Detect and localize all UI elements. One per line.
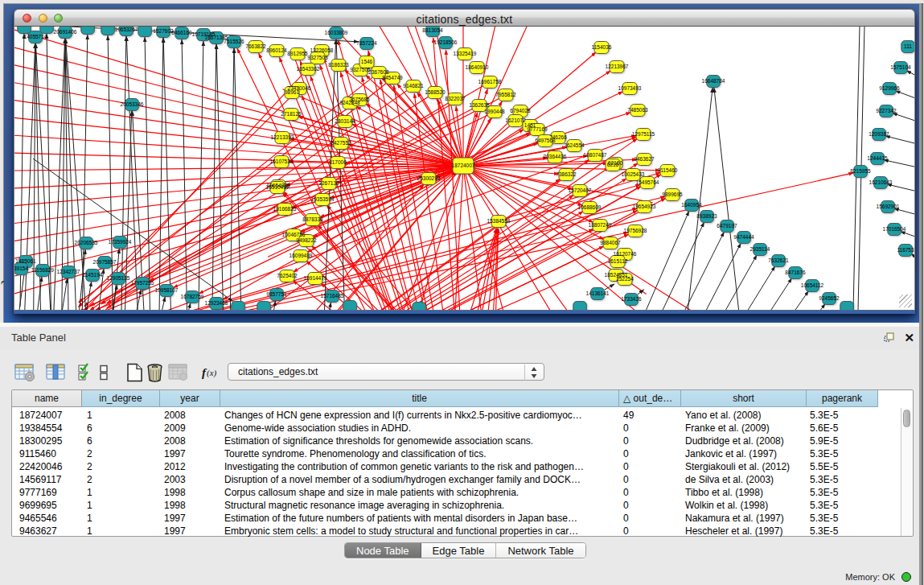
svg-text:16543362: 16543362 [297, 66, 320, 72]
svg-text:12213967: 12213967 [606, 64, 629, 69]
svg-text:16099489: 16099489 [290, 253, 313, 258]
svg-text:6466160: 6466160 [171, 30, 192, 35]
svg-text:7386322: 7386322 [556, 171, 577, 177]
svg-text:98961: 98961 [285, 89, 299, 95]
svg-text:20691406: 20691406 [54, 29, 77, 35]
svg-text:9245652: 9245652 [819, 295, 840, 301]
svg-text:9474444: 9474444 [733, 234, 754, 240]
svg-text:17016504: 17016504 [883, 226, 906, 232]
svg-text:8912955: 8912955 [287, 51, 308, 56]
svg-text:8454749: 8454749 [382, 75, 403, 80]
svg-text:(x): (x) [207, 368, 217, 378]
svg-text:15692901: 15692901 [877, 204, 900, 209]
svg-text:12975115: 12975115 [632, 131, 655, 137]
svg-text:12905135: 12905135 [107, 275, 130, 281]
svg-text:16033809: 16033809 [325, 30, 348, 35]
svg-text:9327505: 9327505 [350, 67, 371, 72]
svg-text:8322037: 8322037 [445, 96, 466, 101]
svg-text:9227342: 9227342 [876, 108, 897, 113]
svg-text:19218506: 19218506 [434, 39, 458, 45]
svg-text:17359924: 17359924 [109, 239, 132, 245]
svg-text:10653267: 10653267 [115, 27, 138, 32]
svg-text:16648784: 16648784 [702, 78, 725, 84]
svg-text:17957255: 17957255 [131, 280, 154, 286]
svg-text:9327503: 9327503 [307, 55, 328, 60]
svg-text:1362635: 1362635 [469, 102, 490, 108]
svg-text:19353594: 19353594 [311, 196, 335, 202]
svg-text:15495764: 15495764 [636, 179, 659, 185]
svg-text:1990448: 1990448 [484, 109, 505, 114]
svg-text:12923468: 12923468 [205, 300, 228, 306]
svg-text:1209387: 1209387 [869, 131, 889, 137]
svg-text:9899695: 9899695 [662, 192, 683, 197]
svg-text:18724007: 18724007 [452, 163, 475, 168]
svg-text:9129966: 9129966 [879, 85, 900, 91]
svg-text:14136141: 14136141 [586, 290, 610, 296]
svg-text:10688609: 10688609 [578, 204, 602, 210]
svg-text:10046756: 10046756 [282, 232, 306, 237]
svg-text:8215955: 8215955 [850, 168, 871, 174]
svg-text:14055714: 14055714 [24, 34, 47, 39]
svg-text:1588520: 1588520 [425, 89, 446, 95]
svg-text:16914479: 16914479 [304, 275, 327, 281]
svg-text:2718126: 2718126 [281, 111, 302, 117]
svg-text:9463627: 9463627 [634, 156, 655, 162]
svg-text:3675685: 3675685 [349, 97, 370, 102]
svg-text:12213393: 12213393 [271, 134, 294, 140]
svg-text:116753: 116753 [897, 247, 914, 253]
svg-text:8960124: 8960124 [266, 47, 287, 53]
svg-text:16210643: 16210643 [869, 179, 893, 185]
svg-text:16107534: 16107534 [270, 159, 294, 164]
svg-text:20053346: 20053346 [121, 101, 144, 107]
svg-text:1621072: 1621072 [505, 117, 526, 123]
svg-text:7955812: 7955812 [495, 92, 516, 97]
svg-text:25300293: 25300293 [417, 175, 441, 181]
svg-text:6479197: 6479197 [717, 223, 737, 229]
svg-text:8938923: 8938923 [696, 213, 717, 219]
svg-text:3624554: 3624554 [564, 142, 585, 148]
svg-text:6216: 6216 [607, 162, 619, 167]
svg-text:10958107: 10958107 [155, 287, 179, 293]
svg-text:15720407: 15720407 [569, 187, 592, 193]
svg-text:1640954: 1640954 [681, 202, 702, 208]
svg-text:6497568: 6497568 [535, 138, 556, 143]
svg-text:9115460: 9115460 [658, 167, 678, 173]
svg-text:10807487: 10807487 [584, 152, 607, 158]
svg-text:1485061: 1485061 [15, 258, 36, 264]
svg-text:15384554: 15384554 [487, 218, 511, 224]
svg-text:7515526: 7515526 [224, 39, 244, 44]
svg-text:8186323: 8186323 [328, 62, 349, 68]
svg-text:10654112: 10654112 [801, 282, 824, 288]
svg-text:19654923: 19654923 [633, 204, 656, 209]
svg-text:252254: 252254 [616, 276, 634, 282]
svg-text:18640910: 18640910 [466, 64, 489, 70]
svg-text:16120746: 16120746 [614, 251, 637, 257]
svg-text:18807249: 18807249 [589, 222, 612, 228]
svg-text:1615112: 1615112 [608, 258, 628, 264]
svg-text:10025433: 10025433 [622, 171, 645, 177]
svg-text:1575104: 1575104 [890, 64, 911, 70]
svg-text:8878334: 8878334 [302, 216, 323, 222]
svg-text:7485063: 7485063 [627, 107, 648, 113]
svg-text:7625402: 7625402 [277, 273, 298, 278]
svg-text:9146821: 9146821 [403, 83, 424, 89]
svg-text:1546: 1546 [361, 59, 373, 64]
svg-text:7632621: 7632621 [768, 257, 789, 263]
svg-text:9884067: 9884067 [600, 240, 621, 245]
svg-text:1244415: 1244415 [867, 155, 888, 161]
svg-text:11156829: 11156829 [31, 267, 54, 273]
svg-text:16782759: 16782759 [181, 294, 204, 299]
svg-text:1733426: 1733426 [621, 296, 642, 302]
svg-text:1145194: 1145194 [83, 272, 103, 278]
svg-text:9498222: 9498222 [296, 237, 317, 243]
svg-text:7663822: 7663822 [245, 43, 266, 49]
svg-text:111: 111 [904, 43, 912, 49]
svg-text:2935114: 2935114 [750, 246, 770, 252]
svg-text:16961758: 16961758 [478, 79, 502, 84]
svg-text:3267130: 3267130 [318, 180, 339, 186]
svg-text:7857224: 7857224 [356, 40, 377, 46]
svg-text:16510497: 16510497 [266, 184, 290, 190]
svg-text:2367608: 2367608 [368, 69, 389, 75]
svg-text:8471676: 8471676 [785, 270, 806, 275]
svg-text:19756928: 19756928 [624, 228, 647, 233]
